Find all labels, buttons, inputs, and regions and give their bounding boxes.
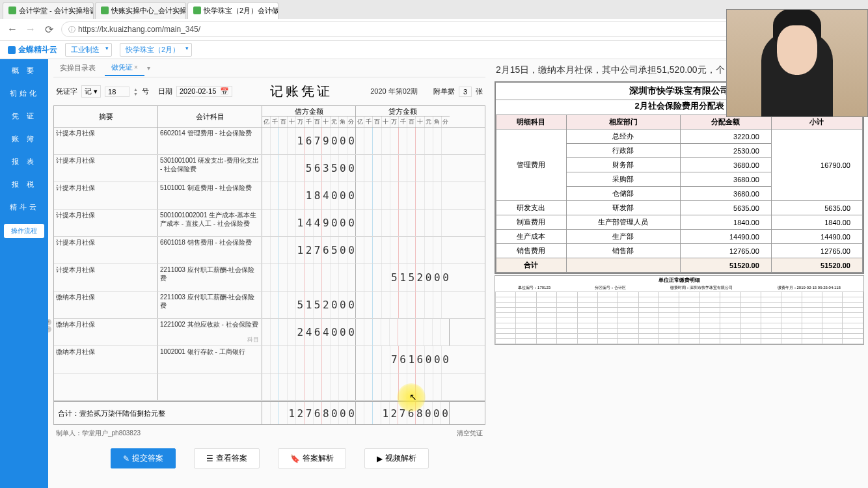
table-row[interactable]: 计提本月社保6602014 管理费用 - 社会保险费1679000 — [54, 128, 485, 155]
report-header: 相应部门 — [566, 115, 680, 129]
subject-cell[interactable]: 5301001001 研发支出-费用化支出 - 社会保险费 — [158, 155, 262, 182]
sidebar-item-init[interactable]: 初始化 — [0, 82, 48, 105]
summary-cell[interactable]: 缴纳本月社保 — [54, 346, 158, 373]
industry-selector[interactable]: 工业制造 — [65, 43, 112, 57]
table-row-blank[interactable] — [54, 373, 485, 401]
submit-button[interactable]: ✎提交答案 — [111, 448, 176, 468]
debit-cell[interactable]: 2464000 — [262, 319, 356, 346]
sidebar-item-report[interactable]: 报 表 — [0, 150, 48, 173]
company-selector[interactable]: 快学珠宝（2月） — [120, 43, 192, 57]
summary-cell[interactable]: 计提本月社保 — [54, 210, 158, 236]
credit-cell[interactable] — [356, 210, 450, 236]
close-icon[interactable]: × — [178, 7, 182, 14]
forward-button[interactable]: → — [25, 23, 36, 35]
table-row[interactable]: 缴纳本月社保2211003 应付职工薪酬-社会保险费5152000 — [54, 291, 485, 319]
check-answer-button[interactable]: ☰查看答案 — [194, 448, 260, 468]
brand-logo: 金蝶精斗云 — [8, 44, 57, 55]
credit-cell[interactable] — [356, 155, 450, 182]
sidebar-workflow-button[interactable]: 操作流程 — [4, 224, 44, 238]
sidebar-item-voucher[interactable]: 凭 证 — [0, 105, 48, 128]
table-row[interactable]: 计提本月社保5101001 制造费用 - 社会保险费184000 — [54, 182, 485, 210]
debit-cell[interactable]: 184000 — [262, 182, 356, 209]
col-summary: 摘要 — [54, 106, 158, 127]
chevron-down-icon[interactable]: ▾ — [147, 64, 150, 72]
info-icon: ⓘ — [68, 25, 75, 34]
reload-button[interactable]: ⟳ — [43, 23, 55, 35]
table-row[interactable]: 缴纳本月社保1002001 银行存款 - 工商银行7616000 — [54, 346, 485, 373]
summary-cell[interactable]: 计提本月社保 — [54, 264, 158, 291]
close-icon[interactable]: × — [134, 64, 138, 71]
credit-cell[interactable]: 7616000 — [356, 346, 450, 373]
attach-label: 附单据 — [433, 87, 455, 96]
subject-cell[interactable]: 1002001 银行存款 - 工商银行 — [158, 346, 262, 373]
browser-tab-0[interactable]: 会计学堂 - 会计实操培训...× — [3, 2, 94, 19]
summary-cell[interactable]: 缴纳本月社保 — [54, 319, 158, 346]
attach-input[interactable]: 3 — [459, 87, 472, 97]
debit-cell[interactable]: 1679000 — [262, 128, 356, 154]
browser-tab-1[interactable]: 快账实操中心_会计实操...× — [95, 2, 186, 19]
action-bar: ✎提交答案 ☰查看答案 🔖答案解析 ▶视频解析 — [53, 442, 485, 475]
summary-cell[interactable]: 计提本月社保 — [54, 182, 158, 209]
report-row: 制造费用生产部管理人员1840.001840.00 — [496, 215, 863, 230]
credit-cell[interactable] — [356, 237, 450, 264]
stepper-up-icon[interactable]: ▲ — [133, 87, 138, 92]
table-row[interactable]: 缴纳本月社保1221002 其他应收款 - 社会保险费科目2464000+− — [54, 319, 485, 346]
stepper-down-icon[interactable]: ▼ — [133, 92, 138, 96]
tab-catalog[interactable]: 实操目录表 — [53, 61, 102, 75]
close-icon[interactable]: × — [85, 7, 89, 14]
remove-row-icon[interactable]: − — [48, 326, 51, 332]
clear-voucher-link[interactable]: 清空凭证 — [457, 429, 483, 438]
tab-voucher[interactable]: 做凭证× — [105, 60, 144, 76]
debit-cell[interactable]: 1449000 — [262, 210, 356, 236]
summary-cell[interactable]: 计提本月社保 — [54, 237, 158, 264]
total-label: 合计：壹拾贰万柒仟陆佰捌拾元整 — [54, 402, 262, 424]
favicon-icon — [101, 7, 109, 14]
table-row[interactable]: 计提本月社保2211003 应付职工薪酬-社会保险费5152000 — [54, 264, 485, 291]
debit-cell[interactable]: 5152000 — [262, 291, 356, 318]
debit-cell[interactable]: 563500 — [262, 155, 356, 182]
col-credit: 贷方金额 — [356, 106, 450, 116]
close-icon[interactable]: × — [270, 7, 274, 14]
summary-cell[interactable]: 计提本月社保 — [54, 128, 158, 154]
subject-cell[interactable]: 1221002 其他应收款 - 社会保险费科目 — [158, 319, 262, 346]
sidebar: 概 要 初始化 凭 证 账 簿 报 表 报 税 精斗云 操作流程 — [0, 59, 48, 488]
browser-tab-2[interactable]: 快学珠宝（2月）会计做...× — [187, 2, 278, 19]
credit-cell[interactable] — [356, 291, 450, 318]
table-row[interactable]: 计提本月社保5301001001 研发支出-费用化支出 - 社会保险费56350… — [54, 155, 485, 182]
play-icon: ▶ — [377, 454, 383, 463]
video-button[interactable]: ▶视频解析 — [364, 448, 429, 468]
subject-cell[interactable]: 5001001002001 生产成本-基本生产成本 - 直接人工 - 社会保险费 — [158, 210, 262, 236]
debit-cell[interactable]: 1276500 — [262, 237, 356, 264]
table-row[interactable]: 计提本月社保5001001002001 生产成本-基本生产成本 - 直接人工 -… — [54, 210, 485, 237]
table-row[interactable]: 计提本月社保6601018 销售费用 - 社会保险费1276500 — [54, 237, 485, 264]
debit-cell[interactable] — [262, 346, 356, 373]
subject-cell[interactable]: 2211003 应付职工薪酬-社会保险费 — [158, 264, 262, 291]
edit-icon: ✎ — [123, 454, 129, 463]
subject-cell[interactable]: 5101001 制造费用 - 社会保险费 — [158, 182, 262, 209]
summary-cell[interactable]: 计提本月社保 — [54, 155, 158, 182]
subject-cell[interactable]: 6601018 销售费用 - 社会保险费 — [158, 237, 262, 264]
voucher-word-select[interactable]: 记 ▾ — [81, 85, 101, 98]
date-label: 日期 — [158, 87, 172, 96]
credit-cell[interactable] — [356, 182, 450, 209]
voucher-no-input[interactable]: 18 — [105, 87, 129, 97]
credit-cell[interactable]: 5152000 — [356, 264, 450, 291]
maker-label: 制单人：学堂用户_ph803823 — [56, 429, 141, 438]
sidebar-item-overview[interactable]: 概 要 — [0, 59, 48, 82]
date-input[interactable]: 2020-02-15 📅 — [176, 86, 232, 97]
summary-cell[interactable]: 缴纳本月社保 — [54, 291, 158, 318]
sidebar-item-tax[interactable]: 报 税 — [0, 173, 48, 196]
credit-cell[interactable] — [356, 128, 450, 154]
report-row: 销售费用销售部12765.0012765.00 — [496, 244, 863, 258]
subject-cell[interactable]: 2211003 应付职工薪酬-社会保险费 — [158, 291, 262, 318]
subject-cell[interactable]: 6602014 管理费用 - 社会保险费 — [158, 128, 262, 154]
back-button[interactable]: ← — [7, 23, 18, 35]
explain-button[interactable]: 🔖答案解析 — [278, 448, 346, 468]
add-row-icon[interactable]: + — [48, 319, 51, 325]
list-icon: ☰ — [206, 454, 213, 463]
sidebar-item-ledger[interactable]: 账 簿 — [0, 128, 48, 150]
sidebar-item-cloud[interactable]: 精斗云 — [0, 196, 48, 219]
credit-cell[interactable] — [356, 319, 450, 346]
debit-cell[interactable] — [262, 264, 356, 291]
favicon-icon — [8, 7, 16, 14]
